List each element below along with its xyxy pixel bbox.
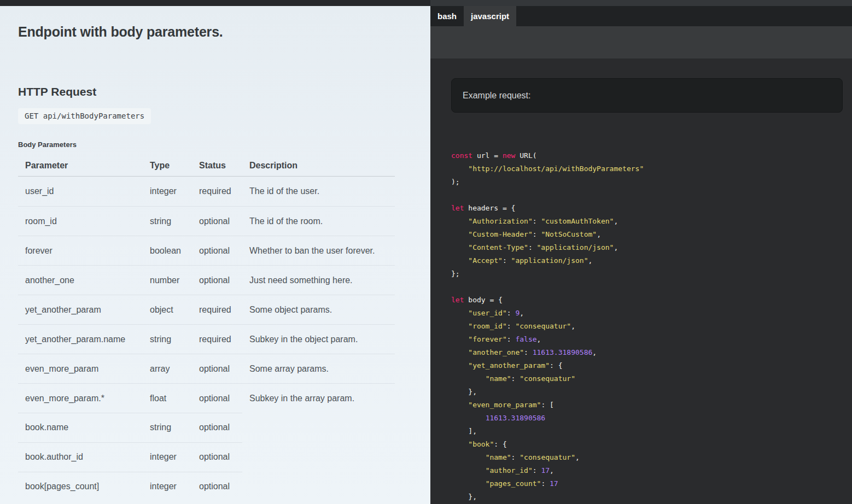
example-request-box: Example request:: [451, 78, 843, 113]
param-type-cell: string: [143, 423, 192, 432]
param-status-cell: optional: [192, 452, 242, 462]
param-name-cell: forever: [18, 246, 143, 256]
param-status-cell: optional: [192, 482, 242, 491]
code-line: "Content-Type": "application/json",: [451, 241, 852, 254]
page-title: Endpoint with body parameters.: [18, 24, 430, 40]
code-line: "even_more_param": [: [451, 398, 852, 412]
doc-panel: Endpoint with body parameters. HTTP Requ…: [0, 6, 430, 504]
code-panel: bash javascript Example request: const u…: [430, 6, 852, 504]
body-parameters-heading: Body Parameters: [18, 140, 430, 149]
tab-bash[interactable]: bash: [430, 6, 464, 26]
table-row: even_more_paramarrayoptionalSome array p…: [18, 354, 395, 383]
code-line: let body = {: [451, 294, 852, 307]
param-description-cell: The id of the room.: [242, 216, 395, 226]
code-line: },: [451, 490, 852, 503]
param-type-cell: integer: [143, 452, 192, 462]
param-status-cell: optional: [192, 394, 242, 403]
tab-javascript[interactable]: javascript: [464, 6, 516, 26]
param-name-cell: yet_another_param: [18, 305, 143, 315]
code-line: "room_id": "consequatur",: [451, 320, 852, 333]
param-name-cell: even_more_param: [18, 364, 143, 374]
param-status-cell: required: [192, 335, 242, 344]
param-name-cell: book[pages_count]: [18, 482, 143, 491]
param-description-cell: Whether to ban the user forever.: [242, 246, 395, 256]
param-type-cell: string: [143, 335, 192, 344]
code-line: "Accept": "application/json",: [451, 254, 852, 267]
top-bar-right-segment: [430, 0, 852, 6]
table-row: foreverbooleanoptionalWhether to ban the…: [18, 236, 395, 265]
param-type-cell: float: [143, 394, 192, 403]
table-header-row: Parameter Type Status Description: [18, 155, 395, 177]
http-method: GET: [25, 112, 38, 120]
tabbar-band: [430, 26, 852, 58]
code-line: 11613.31890586: [451, 412, 852, 425]
param-type-cell: boolean: [143, 246, 192, 256]
param-name-cell: book.name: [18, 423, 143, 432]
param-name-cell: yet_another_param.name: [18, 335, 143, 344]
table-row: book.namestringoptional: [18, 413, 395, 442]
code-line: let headers = {: [451, 202, 852, 215]
code-line: "another_one": 11613.31890586,: [451, 346, 852, 359]
param-name-cell: another_one: [18, 276, 143, 285]
table-row: yet_another_param.namestringrequiredSubk…: [18, 324, 395, 354]
top-bar-left-segment: [0, 0, 430, 6]
table-row: even_more_param.*floatoptionalSubkey in …: [18, 383, 395, 413]
param-name-cell: room_id: [18, 216, 143, 226]
column-header-parameter: Parameter: [18, 161, 143, 171]
param-type-cell: number: [143, 276, 192, 285]
table-row: room_idstringoptionalThe id of the room.: [18, 206, 395, 236]
param-status-cell: required: [192, 305, 242, 315]
param-type-cell: integer: [143, 186, 192, 196]
param-status-cell: optional: [192, 276, 242, 285]
param-status-cell: optional: [192, 364, 242, 374]
endpoint-path: api/withBodyParameters: [43, 112, 144, 120]
page: Endpoint with body parameters. HTTP Requ…: [0, 6, 852, 504]
code-line: "name": "consequatur",: [451, 451, 852, 464]
column-header-type: Type: [143, 161, 192, 171]
code-line: ],: [451, 425, 852, 438]
param-description-cell: Some array params.: [242, 364, 395, 374]
param-status-cell: optional: [192, 423, 242, 432]
top-bar: [0, 0, 852, 6]
code-line: );: [451, 175, 852, 189]
param-name-cell: book.author_id: [18, 452, 143, 462]
language-tabbar: bash javascript: [430, 6, 852, 26]
table-row: user_idintegerrequiredThe id of the user…: [18, 177, 395, 206]
param-description-cell: Subkey in the object param.: [242, 335, 395, 344]
param-description-cell: The id of the user.: [242, 186, 395, 196]
param-name-cell: user_id: [18, 186, 143, 196]
table-row: book.author_idintegeroptional: [18, 442, 395, 472]
code-line: },: [451, 385, 852, 398]
param-name-cell: even_more_param.*: [18, 394, 143, 403]
param-type-cell: integer: [143, 482, 192, 491]
param-type-cell: string: [143, 216, 192, 226]
code-line: "forever": false,: [451, 333, 852, 346]
example-request-label: Example request:: [463, 91, 531, 101]
code-line: "http://localhost/api/withBodyParameters…: [451, 162, 852, 175]
code-line: "user_id": 9,: [451, 307, 852, 320]
table-row: another_onenumberoptionalJust need somet…: [18, 265, 395, 295]
body-parameters-table: Parameter Type Status Description user_i…: [18, 155, 395, 501]
table-body: user_idintegerrequiredThe id of the user…: [18, 177, 395, 501]
param-status-cell: optional: [192, 246, 242, 256]
example-request-code: const url = new URL( "http://localhost/a…: [451, 149, 852, 503]
code-line: "Custom-Header": "NotSoCustom",: [451, 228, 852, 241]
code-line: "book": {: [451, 438, 852, 451]
param-status-cell: optional: [192, 216, 242, 226]
column-header-description: Description: [242, 161, 395, 171]
table-row: book[pages_count]integeroptional: [18, 472, 395, 501]
http-request-heading: HTTP Request: [18, 85, 430, 98]
code-line: "author_id": 17,: [451, 464, 852, 477]
table-row: yet_another_paramobjectrequiredSome obje…: [18, 295, 395, 324]
code-area: Example request: const url = new URL( "h…: [430, 58, 852, 504]
code-line: "Authorization": "customAuthToken",: [451, 215, 852, 228]
code-line: "pages_count": 17: [451, 477, 852, 490]
code-line: };: [451, 267, 852, 280]
param-type-cell: array: [143, 364, 192, 374]
code-line: [451, 189, 852, 202]
column-header-status: Status: [192, 161, 242, 171]
param-status-cell: required: [192, 186, 242, 196]
param-description-cell: Just need something here.: [242, 276, 395, 285]
code-line: [451, 280, 852, 294]
param-description-cell: Subkey in the array param.: [242, 394, 395, 403]
